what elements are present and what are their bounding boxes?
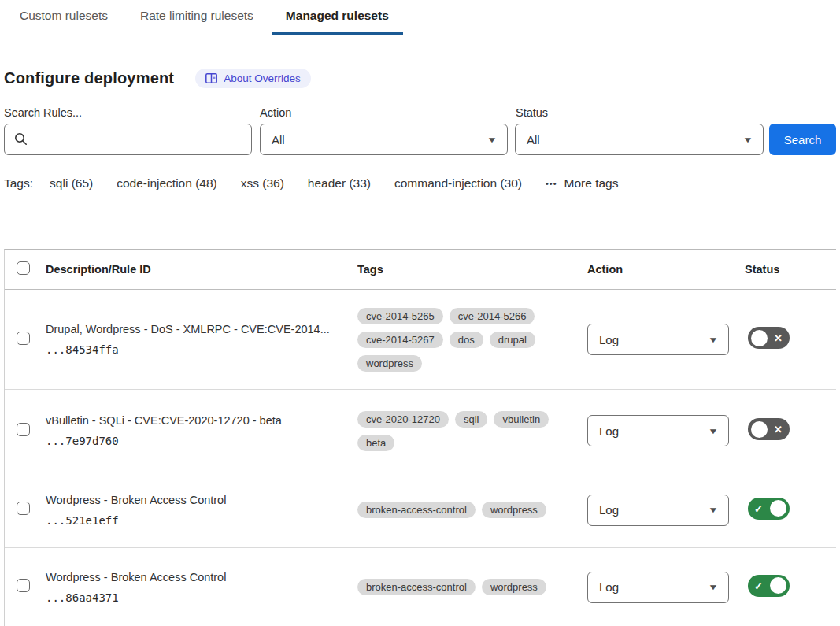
status-toggle[interactable]: ✓ ✕ <box>748 575 790 597</box>
tag-pill: sqli <box>455 411 488 428</box>
tab-managed-rulesets[interactable]: Managed rulesets <box>272 0 403 35</box>
tags-bar: Tags: sqli (65) code-injection (48) xss … <box>4 176 836 191</box>
toggle-knob <box>751 330 768 346</box>
x-icon: ✕ <box>774 332 783 344</box>
table-row: vBulletin - SQLi - CVE:CVE-2020-12720 - … <box>5 390 836 472</box>
about-overrides-badge[interactable]: About Overrides <box>195 69 311 88</box>
tag-filter-command-injection[interactable]: command-injection (30) <box>394 176 522 191</box>
tag-pill: dos <box>450 332 483 348</box>
search-button[interactable]: Search <box>769 124 836 155</box>
row-checkbox[interactable] <box>17 502 30 515</box>
tag-pill: broken-access-control <box>357 502 476 518</box>
row-checkbox[interactable] <box>17 579 30 592</box>
tab-rate-limiting-rulesets[interactable]: Rate limiting rulesets <box>126 0 268 35</box>
chevron-down-icon: ▼ <box>708 427 719 435</box>
tag-pill: cve-2014-5267 <box>357 332 443 348</box>
rules-table: Description/Rule ID Tags Action Status D… <box>4 249 836 626</box>
page-header: Configure deployment About Overrides <box>4 69 836 88</box>
tag-filter-header[interactable]: header (33) <box>308 176 371 191</box>
rule-description: Drupal, Wordpress - DoS - XMLRPC - CVE:C… <box>46 323 335 335</box>
search-rules-label: Search Rules... <box>4 106 252 119</box>
rule-tags: cve-2020-12720sqlivbulletinbeta <box>357 411 587 451</box>
book-icon <box>205 73 217 83</box>
tag-filter-xss[interactable]: xss (36) <box>241 176 284 191</box>
column-header-description: Description/Rule ID <box>46 263 357 276</box>
check-icon: ✓ <box>754 580 763 591</box>
chevron-down-icon: ▼ <box>708 335 719 344</box>
tag-pill: beta <box>357 435 394 451</box>
row-action-value: Log <box>599 333 619 346</box>
tag-pill: cve-2020-12720 <box>357 411 449 428</box>
chevron-down-icon: ▼ <box>708 583 719 591</box>
tag-pill: vbulletin <box>494 411 549 428</box>
x-icon: ✕ <box>774 424 783 435</box>
status-toggle[interactable]: ✓ ✕ <box>748 418 790 440</box>
ellipsis-icon: ••• <box>546 179 557 188</box>
page-title: Configure deployment <box>4 69 174 87</box>
row-action-select[interactable]: Log ▼ <box>587 324 729 355</box>
rule-tags: broken-access-controlwordpress <box>357 502 587 518</box>
table-header-row: Description/Rule ID Tags Action Status <box>5 250 836 290</box>
select-all-checkbox[interactable] <box>17 261 30 275</box>
status-toggle[interactable]: ✓ ✕ <box>748 498 790 520</box>
table-row: Wordpress - Broken Access Control ...86a… <box>5 548 836 626</box>
rule-description: Wordpress - Broken Access Control <box>46 494 335 506</box>
action-filter-value: All <box>272 133 285 146</box>
rule-tags: broken-access-controlwordpress <box>357 579 587 595</box>
toggle-knob <box>751 421 768 438</box>
tag-pill: broken-access-control <box>357 579 476 595</box>
row-action-select[interactable]: Log ▼ <box>587 415 729 446</box>
row-action-select[interactable]: Log ▼ <box>587 495 729 526</box>
tag-pill: cve-2014-5266 <box>450 308 535 324</box>
action-filter-label: Action <box>260 106 508 119</box>
status-filter-label: Status <box>516 106 764 119</box>
chevron-down-icon: ▼ <box>708 506 719 514</box>
tag-filter-sqli[interactable]: sqli (65) <box>50 176 93 191</box>
column-header-status: Status <box>745 263 836 276</box>
chevron-down-icon: ▼ <box>487 135 498 144</box>
check-icon: ✓ <box>754 502 763 514</box>
status-filter-value: All <box>527 133 540 146</box>
tag-pill: wordpress <box>482 502 546 518</box>
rule-id: ...86aa4371 <box>46 591 335 604</box>
filter-bar: Search Rules... Action All ▼ Status All … <box>4 106 836 155</box>
toggle-knob <box>770 577 786 594</box>
tag-pill: cve-2014-5265 <box>357 308 443 324</box>
rule-description: vBulletin - SQLi - CVE:CVE-2020-12720 - … <box>46 414 335 427</box>
column-header-tags: Tags <box>357 263 587 276</box>
table-row: Drupal, Wordpress - DoS - XMLRPC - CVE:C… <box>5 290 836 390</box>
tags-label: Tags: <box>4 176 33 191</box>
rule-id: ...7e97d760 <box>46 435 335 447</box>
tab-bar: Custom rulesets Rate limiting rulesets M… <box>0 0 840 35</box>
status-filter-select[interactable]: All ▼ <box>515 124 764 155</box>
row-action-value: Log <box>599 503 619 517</box>
row-action-value: Log <box>599 580 619 594</box>
tag-pill: wordpress <box>357 355 422 372</box>
action-filter-select[interactable]: All ▼ <box>260 124 508 155</box>
rule-id: ...84534ffa <box>46 343 335 356</box>
about-overrides-label: About Overrides <box>224 72 301 84</box>
rule-tags: cve-2014-5265cve-2014-5266cve-2014-5267d… <box>357 308 587 372</box>
more-tags-button[interactable]: ••• More tags <box>546 176 618 191</box>
tag-filter-code-injection[interactable]: code-injection (48) <box>117 176 217 191</box>
tag-pill: wordpress <box>482 579 546 595</box>
status-toggle[interactable]: ✓ ✕ <box>748 327 790 349</box>
row-checkbox[interactable] <box>17 423 30 436</box>
search-rules-input[interactable] <box>4 124 252 155</box>
row-checkbox[interactable] <box>17 332 30 345</box>
tag-pill: drupal <box>490 332 535 348</box>
table-row: Wordpress - Broken Access Control ...521… <box>5 472 836 548</box>
rule-description: Wordpress - Broken Access Control <box>46 571 335 583</box>
more-tags-label: More tags <box>564 176 619 191</box>
rule-id: ...521e1eff <box>46 514 335 527</box>
tab-custom-rulesets[interactable]: Custom rulesets <box>6 0 122 35</box>
column-header-action: Action <box>587 263 745 276</box>
row-action-select[interactable]: Log ▼ <box>587 572 729 603</box>
chevron-down-icon: ▼ <box>742 135 753 144</box>
toggle-knob <box>770 500 786 517</box>
row-action-value: Log <box>599 424 619 438</box>
